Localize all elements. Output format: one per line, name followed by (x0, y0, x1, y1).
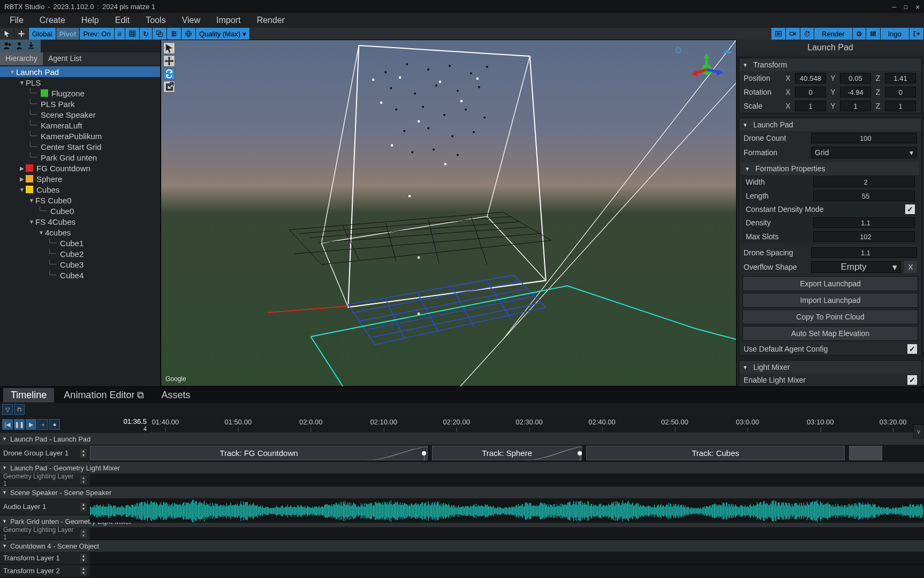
layer-stepper[interactable]: ▲▼ (80, 554, 87, 562)
layer-geo-lighting-2[interactable]: Geometry Lighting Layer 1▲▼ (0, 527, 90, 539)
viewport-3d[interactable]: ⚙ ☁ Google (161, 40, 737, 386)
tree-row[interactable]: ▼FS Cube0 (0, 195, 160, 206)
pivot-button[interactable]: Pivot (56, 28, 80, 40)
tree-row[interactable]: └─ Cube1 (0, 238, 160, 248)
track-audio[interactable] (90, 498, 924, 515)
import-launchpad-button[interactable]: Import Launchpad (743, 293, 918, 308)
tree-row[interactable]: ▶FG Countdown (0, 163, 160, 173)
minimize-button[interactable]: — (892, 3, 897, 11)
tree-row[interactable]: └─ Cube3 (0, 259, 160, 270)
drone-count-input[interactable] (811, 133, 917, 143)
layer-stepper[interactable]: ▲▼ (80, 567, 87, 575)
tab-agent-list[interactable]: Agent List (43, 52, 87, 65)
default-agent-checkbox[interactable]: ✓ (907, 344, 917, 354)
tree-row[interactable]: ▼4cubes (0, 227, 160, 238)
prev-toggle-button[interactable]: Prev: On (80, 28, 114, 40)
formation-dropdown[interactable]: Grid▾ (811, 147, 917, 158)
tree-row[interactable]: └─ Flugzone (0, 88, 160, 98)
expand-arrow-icon[interactable]: ▼ (37, 230, 45, 235)
render-button[interactable]: Render (814, 28, 853, 40)
snap-icon[interactable]: ⊓ (14, 404, 25, 415)
menu-edit[interactable]: Edit (108, 13, 138, 27)
user-button[interactable]: Ingo (881, 28, 910, 40)
group-scene-speaker[interactable]: ▼Scene Speaker - Scene Speaker (0, 486, 924, 498)
tree-row[interactable]: ▼Cubes (0, 184, 160, 195)
expand-arrow-icon[interactable]: ▼ (28, 219, 35, 225)
tree-row[interactable]: └─ Cube2 (0, 248, 160, 259)
refresh-icon[interactable]: ↻ (140, 28, 153, 40)
time-ruler[interactable]: 01:40.0001:50.0002:0.0002:10.0002:20.000… (150, 416, 924, 433)
vp-export-icon[interactable] (163, 81, 175, 93)
group-launchpad-lightmixer[interactable]: ▼Launch Pad - Geometry Light Mixer (0, 462, 924, 474)
tree-row[interactable]: ▼FS 4Cubes (0, 216, 160, 227)
group-launchpad-launchpad[interactable]: ▼Launch Pad - Launch Pad (0, 433, 924, 445)
length-input[interactable] (813, 191, 915, 201)
overlap-icon[interactable] (153, 28, 167, 40)
layer-stepper[interactable]: ▲▼ (80, 503, 87, 511)
tree-row[interactable]: ▼PLS (0, 77, 160, 88)
position-x-input[interactable] (795, 73, 826, 83)
play-icon[interactable]: ▶ (26, 419, 36, 430)
menu-file[interactable]: File (2, 13, 31, 27)
lightmixer-header[interactable]: ▼Light Mixer (739, 361, 921, 374)
camera-icon[interactable] (786, 28, 800, 40)
snapshot-icon[interactable] (771, 28, 786, 40)
tab-assets[interactable]: Assets (154, 388, 198, 402)
track-geo-lighting-2[interactable] (90, 527, 924, 539)
maxslots-input[interactable] (813, 231, 915, 242)
menu-help[interactable]: Help (74, 13, 107, 27)
hash-icon[interactable]: # (115, 28, 125, 40)
hierarchy-tree[interactable]: ▼Launch Pad▼PLS└─ Flugzone└─ PLS Park└─ … (0, 65, 160, 386)
lightmixer-checkbox[interactable]: ✓ (907, 375, 917, 385)
vp-sync-icon[interactable] (163, 68, 175, 80)
timer-icon[interactable]: ⏱ (800, 28, 814, 40)
overflow-clear-button[interactable]: X (904, 261, 917, 273)
track-geo-lighting-1[interactable] (90, 474, 924, 486)
gear-icon[interactable]: ⚙ (853, 28, 866, 40)
tree-row[interactable]: ▼Launch Pad (0, 66, 160, 77)
expand-arrow-icon[interactable]: ▼ (18, 187, 26, 193)
vp-select-icon[interactable] (163, 42, 175, 54)
move-tool-icon[interactable] (14, 28, 29, 40)
orientation-gizmo[interactable] (688, 51, 725, 88)
vp-move-icon[interactable] (163, 55, 175, 67)
expand-arrow-icon[interactable]: ▼ (28, 197, 35, 203)
launchpad-header[interactable]: ▼Launch Pad (739, 118, 921, 131)
position-z-input[interactable] (885, 73, 916, 83)
tree-row[interactable]: └─ PLS Park (0, 98, 160, 109)
layer-drone-group[interactable]: Drone Group Layer 1▲▼ (0, 445, 90, 461)
equalizer-icon[interactable] (866, 28, 881, 40)
user-icon[interactable] (15, 41, 24, 51)
overflow-dropdown[interactable]: Empty▾ (811, 261, 901, 273)
layer-transform-1[interactable]: Transform Layer 1▲▼ (0, 552, 90, 564)
grid-icon[interactable] (125, 28, 140, 40)
layer-stepper[interactable]: ▲▼ (80, 529, 87, 538)
list-icon[interactable] (167, 28, 181, 40)
cdm-checkbox[interactable]: ✓ (905, 204, 915, 214)
transform-header[interactable]: ▼Transform (739, 58, 921, 71)
expand-arrow-icon[interactable]: ▶ (18, 176, 26, 182)
maximize-button[interactable]: ☐ (904, 3, 908, 11)
scale-y-input[interactable] (840, 101, 871, 111)
viewport-settings-icon[interactable]: ⚙ (674, 44, 683, 56)
menu-create[interactable]: Create (32, 13, 73, 27)
auto-elevation-button[interactable]: Auto Set Map Elevation (743, 326, 918, 341)
menu-tools[interactable]: Tools (138, 13, 173, 27)
group-countdown4[interactable]: ▼Countdown 4 - Scene Object (0, 540, 924, 552)
tab-hierarchy[interactable]: Hierarchy (0, 52, 43, 65)
spacing-input[interactable] (811, 247, 917, 258)
track-transform-1[interactable] (90, 552, 924, 564)
menu-view[interactable]: View (175, 13, 208, 27)
globe-icon[interactable] (181, 28, 196, 40)
formation-props-header[interactable]: ▼Formation Properties (741, 162, 919, 175)
tree-row[interactable]: └─ Cube4 (0, 270, 160, 280)
tree-row[interactable]: └─ Center Start Grid (0, 141, 160, 152)
position-y-input[interactable] (840, 73, 871, 83)
download-icon[interactable] (27, 41, 35, 51)
copy-pointcloud-button[interactable]: Copy To Point Cloud (743, 309, 918, 324)
rotation-z-input[interactable] (885, 87, 916, 97)
expand-arrow-icon[interactable]: ▼ (9, 69, 16, 75)
density-input[interactable] (813, 217, 915, 228)
layer-audio[interactable]: Audio Layer 1▲▼ (0, 498, 90, 515)
expand-arrow-icon[interactable]: ▼ (18, 80, 26, 86)
